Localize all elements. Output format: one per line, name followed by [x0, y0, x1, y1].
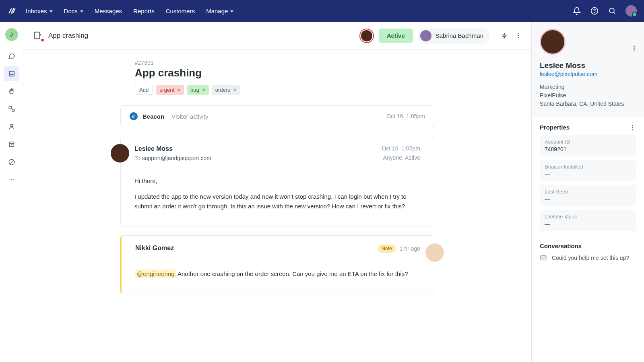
- activity-timestamp: Oct 16, 1:05pm: [386, 113, 425, 119]
- svg-line-3: [614, 12, 615, 14]
- tag-bug[interactable]: bug✕: [187, 85, 209, 95]
- workspace-avatar[interactable]: J: [5, 28, 18, 41]
- rail-chat-icon[interactable]: [4, 48, 19, 64]
- tag-orders-label: orders: [215, 87, 230, 93]
- chevron-down-icon: [50, 10, 53, 12]
- svg-point-1: [594, 12, 595, 13]
- note-pill: Note: [378, 245, 395, 253]
- note-wrapper: Nikki Gomez Note 1 hr ago @engineering A…: [120, 235, 434, 294]
- properties-heading: Properties: [540, 124, 570, 131]
- nav-customers-label: Customers: [166, 8, 195, 14]
- properties-section: Properties Account ID 7489201 Beacon Ins…: [532, 117, 644, 241]
- remove-tag-icon[interactable]: ✕: [233, 88, 237, 93]
- nav-customers[interactable]: Customers: [166, 8, 195, 14]
- properties-more-button[interactable]: [629, 123, 636, 131]
- property-last-seen[interactable]: Last Seen —: [540, 185, 636, 206]
- assignee-name: Sabrina Bachman: [436, 32, 483, 39]
- divider: [495, 29, 495, 42]
- message-to-line: Tosupport@jandgsupport.com: [134, 155, 211, 161]
- svg-point-5: [12, 109, 14, 112]
- note-body-text: @engineering Another one crashing on the…: [135, 269, 420, 278]
- workspace-initial: J: [10, 31, 13, 38]
- chevron-down-icon: [80, 10, 83, 12]
- note-timestamp: 1 hr ago: [400, 245, 420, 252]
- help-icon[interactable]: [590, 6, 599, 15]
- property-account-id[interactable]: Account ID 7489201: [540, 135, 636, 156]
- message-visibility: Anyone, Active: [383, 154, 420, 161]
- rail-block-icon[interactable]: [4, 154, 19, 170]
- customer-avatar-ring[interactable]: [359, 29, 374, 43]
- nav-manage-label: Manage: [206, 8, 228, 14]
- conversation-content: #27391 App crashing Add urgent✕ bug✕ ord…: [23, 50, 531, 362]
- assignee-avatar: [420, 30, 431, 41]
- logo-icon[interactable]: [7, 6, 17, 16]
- more-options-button[interactable]: [514, 32, 522, 39]
- tag-orders[interactable]: orders✕: [212, 85, 240, 95]
- note-text: Another one crashing on the order screen…: [176, 270, 408, 277]
- rail-archive-icon[interactable]: [4, 137, 19, 152]
- tag-urgent[interactable]: urgent✕: [156, 85, 184, 95]
- nav-manage[interactable]: Manage: [206, 8, 233, 14]
- property-beacon[interactable]: Beacon Installed —: [540, 160, 636, 181]
- rail-inbox-icon[interactable]: [4, 66, 19, 81]
- main-column: App crashing Active Sabrina Bachman #273…: [23, 22, 531, 362]
- user-avatar[interactable]: [625, 5, 637, 16]
- note-header: Nikki Gomez Note 1 hr ago: [135, 245, 420, 260]
- add-tag-button[interactable]: Add: [135, 85, 153, 95]
- customer-location: Santa Barbara, CA, United States: [540, 100, 636, 108]
- rail-people-icon[interactable]: [4, 119, 19, 134]
- note-meta: Note 1 hr ago: [378, 245, 420, 253]
- svg-point-12: [13, 179, 14, 180]
- remove-tag-icon[interactable]: ✕: [177, 88, 181, 93]
- note-sender-avatar: [425, 243, 444, 262]
- message-body: Hi there, I updated the app to the new v…: [134, 176, 420, 211]
- svg-line-9: [9, 160, 14, 165]
- content-inner: #27391 App crashing Add urgent✕ bug✕ ord…: [120, 60, 434, 294]
- rail-shapes-icon[interactable]: [4, 101, 19, 117]
- nav-inboxes-label: Inboxes: [26, 8, 47, 14]
- customer-avatar-large: [540, 29, 566, 55]
- activity-label: Visitor activity: [171, 113, 208, 120]
- nav-messages[interactable]: Messages: [95, 8, 122, 14]
- remove-tag-icon[interactable]: ✕: [202, 88, 206, 93]
- customer-role: Marketing: [540, 83, 636, 91]
- ticket-title: App crashing: [135, 67, 434, 79]
- search-icon[interactable]: [608, 6, 617, 15]
- tag-row: Add urgent✕ bug✕ orders✕: [135, 85, 434, 95]
- nav-docs[interactable]: Docs: [64, 8, 83, 14]
- status-pill[interactable]: Active: [379, 29, 413, 43]
- bell-icon[interactable]: [572, 6, 581, 15]
- bolt-icon[interactable]: [500, 31, 510, 41]
- customer-more-button[interactable]: [630, 44, 638, 51]
- tag-urgent-label: urgent: [159, 87, 174, 93]
- nav-inboxes[interactable]: Inboxes: [26, 8, 53, 14]
- message-timestamp: Oct 16, 1:05pm: [382, 145, 420, 152]
- ltv-value: —: [545, 221, 631, 227]
- conversation-item[interactable]: Could you help me set this up?: [540, 252, 636, 264]
- account-id-label: Account ID: [545, 139, 631, 145]
- to-label: To: [134, 155, 140, 161]
- note-sender: Nikki Gomez: [135, 245, 174, 252]
- message-header-left: Leslee Moss Tosupport@jandgsupport.com: [134, 145, 211, 161]
- assignee-chip[interactable]: Sabrina Bachman: [418, 28, 490, 44]
- customer-email[interactable]: leslee@pixelpulse.com: [540, 71, 636, 77]
- rail-hand-icon[interactable]: [4, 84, 19, 99]
- svg-rect-13: [35, 32, 40, 39]
- mention[interactable]: @engineering: [135, 269, 176, 278]
- activity-actor: Beacon: [142, 113, 164, 120]
- conversations-section: Conversations Could you help me set this…: [532, 241, 644, 270]
- top-nav-right: [572, 5, 637, 16]
- message-body-text: I updated the app to the new version tod…: [134, 192, 420, 211]
- customer-name: Leslee Moss: [540, 61, 636, 70]
- app-shell: J App crashing Active Sabrina Bachman: [0, 22, 644, 362]
- nav-messages-label: Messages: [95, 8, 122, 14]
- customer-panel: Leslee Moss leslee@pixelpulse.com Market…: [531, 22, 644, 362]
- ticket-icon: [33, 31, 43, 41]
- conversations-heading: Conversations: [540, 243, 636, 249]
- nav-reports[interactable]: Reports: [133, 8, 155, 14]
- beacon-value: —: [545, 171, 631, 177]
- property-ltv[interactable]: Lifetime Value —: [540, 210, 636, 231]
- activity-card[interactable]: Beacon Visitor activity Oct 16, 1:05pm: [120, 105, 434, 127]
- nav-reports-label: Reports: [133, 8, 155, 14]
- rail-more-icon[interactable]: [4, 172, 19, 187]
